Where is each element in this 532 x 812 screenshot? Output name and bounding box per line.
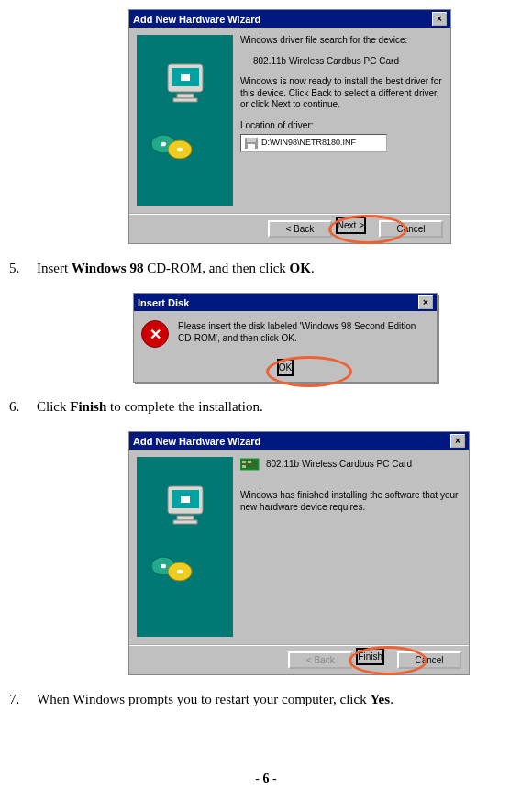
- card-icon: [240, 457, 260, 472]
- wizard-titlebar: Add New Hardware Wizard ×: [129, 432, 469, 450]
- device-name: 802.11b Wireless Cardbus PC Card: [266, 459, 412, 471]
- svg-point-8: [177, 148, 183, 152]
- step-5: 5. Insert Windows 98 CD-ROM, and then cl…: [9, 261, 523, 276]
- svg-rect-4: [173, 98, 197, 102]
- back-button: < Back: [288, 651, 352, 669]
- wizard-title: Add New Hardware Wizard: [133, 14, 260, 25]
- driver-location-box: D:\WIN98\NETR8180.INF: [240, 134, 387, 152]
- step-text: When Windows prompts you to restart your…: [37, 692, 523, 707]
- svg-rect-23: [248, 461, 251, 463]
- device-name: 802.11b Wireless Cardbus PC Card: [240, 56, 443, 68]
- insert-disk-dialog: Insert Disk × ✕ Please insert the disk l…: [133, 293, 438, 383]
- step-7: 7. When Windows prompts you to restart y…: [9, 692, 523, 707]
- close-icon[interactable]: ×: [432, 12, 447, 26]
- wizard-button-row: < Back Next > Cancel: [129, 213, 450, 243]
- svg-rect-21: [240, 459, 259, 470]
- wizard-titlebar: Add New Hardware Wizard ×: [129, 10, 450, 28]
- svg-rect-3: [177, 94, 194, 98]
- wizard-title: Add New Hardware Wizard: [133, 436, 260, 447]
- svg-rect-15: [177, 516, 194, 520]
- finished-text: Windows has finished installing the soft…: [240, 490, 461, 513]
- wizard-button-row: < Back Finish Cancel: [129, 644, 469, 674]
- svg-rect-11: [248, 144, 255, 149]
- svg-rect-2: [181, 74, 190, 81]
- step-text: Insert Windows 98 CD-ROM, and then click…: [37, 261, 523, 276]
- floppy-icon: [245, 137, 258, 150]
- cancel-button[interactable]: Cancel: [397, 651, 461, 669]
- ready-text: Windows is now ready to install the best…: [240, 76, 443, 111]
- dialog-titlebar: Insert Disk ×: [134, 294, 437, 311]
- cancel-button[interactable]: Cancel: [379, 220, 443, 238]
- finish-button[interactable]: Finish: [356, 648, 384, 665]
- back-button[interactable]: < Back: [268, 220, 332, 238]
- wizard-search-driver: Add New Hardware Wizard × Windows driver…: [128, 9, 451, 244]
- svg-rect-10: [247, 138, 256, 142]
- svg-point-6: [161, 142, 166, 147]
- error-icon: ✕: [141, 320, 169, 348]
- next-button[interactable]: Next >: [336, 217, 366, 234]
- step-6: 6. Click Finish to complete the installa…: [9, 399, 523, 415]
- step-number: 5.: [9, 261, 37, 276]
- svg-rect-22: [242, 461, 246, 463]
- search-label: Windows driver file search for the devic…: [240, 35, 443, 47]
- close-icon[interactable]: ×: [418, 295, 433, 309]
- svg-point-20: [177, 570, 183, 574]
- driver-path: D:\WIN98\NETR8180.INF: [261, 138, 356, 148]
- svg-rect-14: [181, 496, 190, 503]
- wizard-sidebar-image: [137, 35, 233, 206]
- wizard-sidebar-image: [137, 457, 233, 637]
- ok-button[interactable]: OK: [277, 359, 294, 376]
- close-icon[interactable]: ×: [450, 434, 465, 448]
- step-number: 7.: [9, 692, 37, 707]
- page-number: - 6 -: [9, 772, 523, 786]
- wizard-finish: Add New Hardware Wizard ×: [128, 431, 470, 675]
- step-number: 6.: [9, 399, 37, 415]
- location-label: Location of driver:: [240, 120, 443, 132]
- svg-rect-16: [173, 520, 197, 524]
- svg-point-18: [161, 564, 166, 569]
- svg-rect-24: [242, 465, 246, 468]
- insert-message: Please insert the disk labeled 'Windows …: [178, 320, 429, 344]
- step-text: Click Finish to complete the installatio…: [37, 399, 523, 415]
- dialog-title: Insert Disk: [138, 297, 189, 308]
